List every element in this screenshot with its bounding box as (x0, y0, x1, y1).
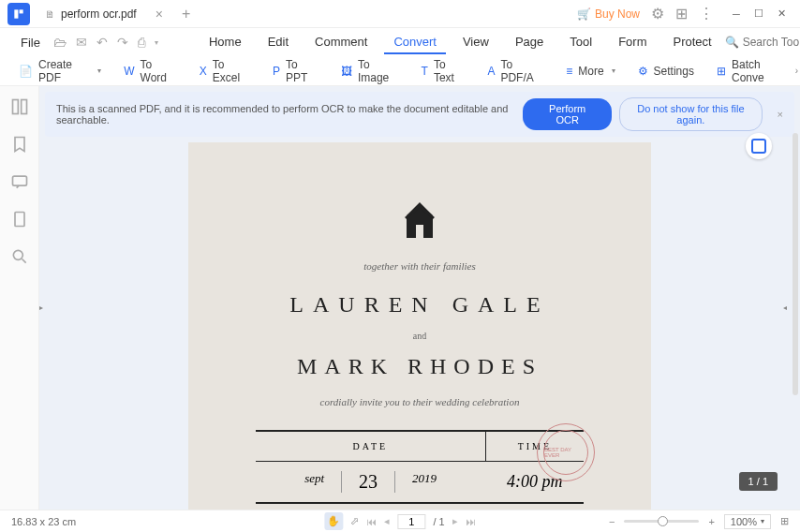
undo-icon[interactable]: ↶ (96, 35, 108, 50)
tab-page[interactable]: Page (506, 31, 553, 54)
open-icon[interactable]: 🗁 (53, 35, 67, 50)
to-ppt-button[interactable]: P To PPT (265, 54, 326, 88)
tab-comment[interactable]: Comment (305, 31, 377, 54)
create-pdf-button[interactable]: 📄 Create PDF ▾ (11, 54, 109, 88)
tab-view[interactable]: View (453, 31, 498, 54)
overflow-chevron-icon[interactable]: › (795, 66, 798, 76)
tab-tool[interactable]: Tool (560, 31, 601, 54)
ocr-message: This is a scanned PDF, and it is recomme… (56, 103, 523, 126)
to-text-button[interactable]: T To Text (414, 54, 473, 88)
print-icon[interactable]: ⎙ (138, 35, 145, 50)
banner-close-icon[interactable]: × (778, 109, 783, 120)
svg-rect-6 (15, 213, 24, 227)
hand-tool-icon[interactable]: ✋ (324, 512, 343, 530)
last-page-icon[interactable]: ⏭ (466, 516, 476, 527)
to-pdfa-button[interactable]: A To PDF/A (480, 54, 551, 88)
tab-form[interactable]: Form (609, 31, 656, 54)
tab-protect[interactable]: Protect (663, 31, 720, 54)
gear-icon: ⚙ (638, 65, 648, 78)
pdfa-icon: A (487, 65, 495, 78)
stamp-icon: BEST DAY EVER (537, 423, 595, 481)
maximize-button[interactable]: ☐ (748, 3, 770, 25)
to-word-button[interactable]: W To Word (116, 54, 185, 88)
dismiss-ocr-button[interactable]: Do not show for this file again. (619, 97, 762, 131)
date-header: DATE (256, 431, 485, 462)
dropdown-icon: ▾ (97, 66, 101, 75)
thumbnails-icon[interactable] (10, 97, 29, 116)
batch-convert-button[interactable]: ⊞ Batch Conve (709, 54, 789, 88)
zoom-out-icon[interactable]: − (609, 516, 615, 527)
gift-icon[interactable]: ⚙ (651, 5, 664, 22)
settings-button[interactable]: ⚙ Settings (630, 54, 702, 88)
search-icon: 🔍 (725, 36, 739, 49)
expand-right-icon[interactable]: ◂ (783, 298, 793, 317)
mail-icon[interactable]: ✉ (76, 35, 87, 50)
cart-icon: 🛒 (577, 7, 591, 21)
next-page-icon[interactable]: ▸ (452, 515, 458, 527)
doc-together: together with their families (188, 260, 651, 272)
print-dropdown-icon[interactable]: ▾ (155, 38, 158, 47)
document-tab[interactable]: 🗎 perform ocr.pdf × (37, 0, 170, 28)
page-badge: 1 / 1 (739, 472, 778, 491)
zoom-in-icon[interactable]: + (708, 516, 714, 527)
text-icon: T (422, 65, 428, 78)
image-icon: 🖼 (341, 65, 352, 78)
buy-now-link[interactable]: 🛒 Buy Now (577, 7, 640, 21)
page-input[interactable] (397, 514, 425, 529)
more-icon: ≡ (566, 65, 572, 78)
zoom-select[interactable]: 100% ▾ (724, 514, 771, 529)
close-button[interactable]: ✕ (770, 3, 793, 25)
doc-name-1: LAUREN GALE (188, 292, 651, 318)
comment-icon[interactable] (10, 172, 29, 191)
zoom-slider[interactable] (624, 520, 699, 523)
expand-left-icon[interactable]: ▸ (39, 298, 49, 317)
tab-edit[interactable]: Edit (259, 31, 298, 54)
doc-invite: cordially invite you to their wedding ce… (188, 396, 651, 407)
dropdown-icon: ▾ (612, 66, 615, 75)
tab-convert[interactable]: Convert (384, 31, 446, 54)
document-page: together with their families LAUREN GALE… (188, 142, 651, 510)
svg-rect-0 (14, 9, 18, 18)
page-total: / 1 (433, 516, 444, 527)
more-button[interactable]: ≡ More ▾ (558, 61, 622, 81)
date-cell: sept 23 2019 (256, 462, 485, 504)
menu-dots-icon[interactable]: ⋮ (699, 5, 714, 22)
ocr-banner: This is a scanned PDF, and it is recomme… (45, 92, 794, 137)
tab-title: perform ocr.pdf (61, 7, 137, 21)
svg-rect-4 (21, 100, 26, 114)
app-logo-icon (7, 3, 30, 25)
vertical-scrollbar[interactable] (793, 133, 798, 395)
new-tab-button[interactable]: + (182, 6, 190, 22)
redo-icon[interactable]: ↷ (117, 35, 128, 50)
prev-page-icon[interactable]: ◂ (384, 515, 390, 527)
tab-close-icon[interactable]: × (156, 7, 163, 22)
tab-home[interactable]: Home (200, 31, 251, 54)
doc-and: and (188, 331, 651, 341)
batch-icon: ⊞ (717, 65, 726, 78)
bookmark-icon[interactable] (10, 135, 29, 154)
float-tool-icon[interactable] (746, 133, 772, 159)
to-image-button[interactable]: 🖼 To Image (333, 54, 407, 88)
minimize-button[interactable]: ─ (725, 3, 748, 25)
svg-point-7 (13, 250, 22, 259)
attachment-icon[interactable] (10, 210, 29, 229)
dropdown-icon: ▾ (761, 517, 764, 525)
search-panel-icon[interactable] (10, 247, 29, 266)
search-tools[interactable]: 🔍 (725, 36, 800, 49)
barn-icon (397, 199, 442, 244)
fit-page-icon[interactable]: ⊞ (780, 515, 789, 527)
perform-ocr-button[interactable]: Perform OCR (523, 98, 612, 130)
first-page-icon[interactable]: ⏮ (366, 516, 377, 527)
tab-file-icon: 🗎 (45, 8, 55, 20)
file-menu[interactable]: File (11, 32, 50, 53)
create-pdf-icon: 📄 (19, 65, 33, 78)
svg-rect-5 (12, 176, 26, 185)
dimensions-label: 16.83 x 23 cm (11, 516, 76, 527)
word-icon: W (124, 65, 134, 78)
grid-icon[interactable]: ⊞ (675, 5, 688, 22)
svg-rect-3 (12, 100, 18, 114)
cursor-tool-icon[interactable]: ⬀ (350, 515, 359, 527)
search-input[interactable] (743, 36, 800, 49)
doc-name-2: MARK RHODES (188, 354, 651, 379)
to-excel-button[interactable]: X To Excel (192, 54, 258, 88)
